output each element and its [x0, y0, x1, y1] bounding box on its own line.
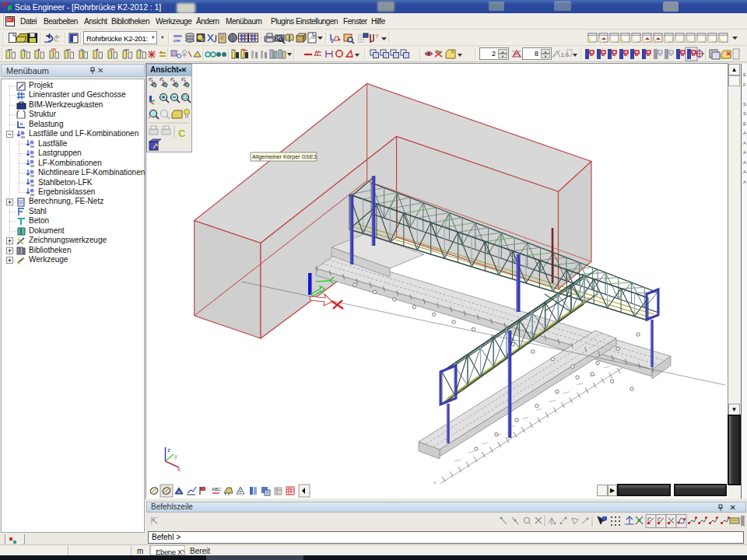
svg-text:ABC: ABC [212, 487, 222, 492]
svg-text:C: C [178, 128, 186, 139]
svg-text:y: y [174, 453, 177, 460]
svg-text:z: z [167, 446, 170, 453]
svg-text:x: x [177, 466, 181, 473]
svg-text:mm: mm [174, 33, 182, 38]
svg-text:Allgemeiner Körper GSE3: Allgemeiner Körper GSE3 [252, 153, 317, 160]
svg-text:cm: cm [174, 38, 181, 43]
svg-text:?: ? [375, 33, 379, 40]
